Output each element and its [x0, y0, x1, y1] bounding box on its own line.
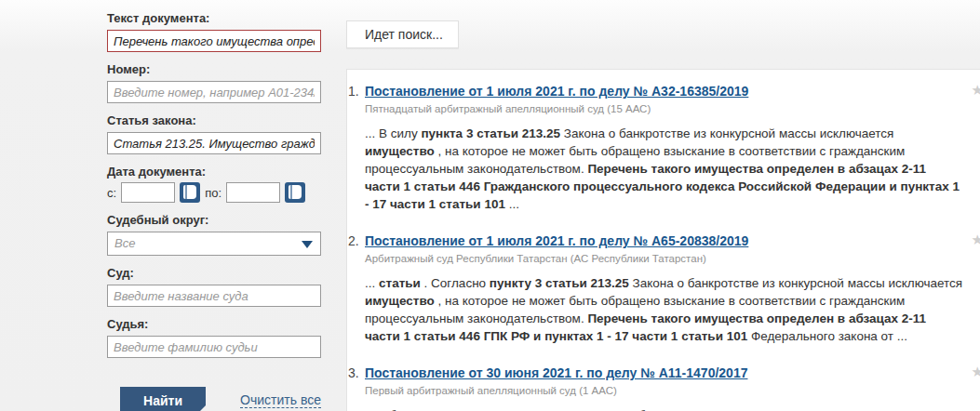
snippet-segment: ... [505, 197, 519, 211]
judicial-district-label: Судебный округ: [107, 213, 321, 227]
case-number-label: Номер: [107, 62, 321, 76]
law-article-label: Статья закона: [107, 113, 321, 127]
favorite-star-icon[interactable]: ★ [972, 83, 980, 97]
result-title-link[interactable]: Постановление от 30 июня 2021 г. по делу… [365, 365, 747, 380]
date-to-input[interactable] [226, 182, 280, 203]
search-form-sidebar: Текст документа: Номер: Статья закона: Д… [107, 11, 321, 411]
result-title-link[interactable]: Постановление от 1 июля 2021 г. по делу … [365, 84, 748, 99]
court-search-page: { "colors": { "accent_navy": "#35577e", … [0, 0, 980, 411]
snippet-segment: имущество [365, 294, 435, 308]
snippet-segment: статьи [379, 276, 421, 290]
result-snippet: ... В силу пункта 3 статьи 213.25 Закона… [365, 125, 965, 213]
law-article-input[interactable] [107, 132, 321, 154]
court-input[interactable] [107, 285, 321, 307]
judge-label: Судья: [107, 317, 321, 331]
snippet-segment: . Согласно [421, 276, 490, 290]
result-number: 1. [348, 84, 359, 99]
calendar-icon[interactable] [180, 182, 200, 203]
result-court-name: Арбитражный суд Республики Татарстан (АС… [365, 253, 965, 264]
snippet-segment: Закона о банкротстве из конкурсной массы… [560, 126, 893, 140]
result-court-name: Первый арбитражный апелляционный суд (1 … [365, 385, 965, 396]
result-item: 2. Постановление от 1 июля 2021 г. по де… [347, 232, 980, 345]
result-number: 2. [348, 233, 359, 248]
date-to-label: по: [205, 186, 222, 200]
search-status-button[interactable]: Идет поиск... [346, 20, 459, 48]
snippet-segment: Федерального закона от ... [747, 329, 907, 343]
favorite-star-icon[interactable]: ★ [972, 232, 980, 246]
snippet-segment: ... [365, 276, 379, 290]
search-button[interactable]: Найти [120, 387, 206, 411]
document-date-label: Дата документа: [107, 165, 321, 179]
snippet-segment: ... В силу [365, 126, 421, 140]
snippet-segment: имущество [365, 144, 435, 158]
result-title-link[interactable]: Постановление от 1 июля 2021 г. по делу … [365, 233, 748, 248]
judicial-district-value: Все [108, 232, 320, 255]
chevron-down-icon [302, 241, 313, 248]
snippet-segment: пункта 3 статьи 213.25 [421, 126, 560, 140]
judicial-district-select[interactable]: Все [107, 232, 321, 256]
calendar-icon[interactable] [285, 182, 305, 203]
results-list: 1. Постановление от 1 июля 2021 г. по де… [347, 83, 980, 411]
snippet-segment: Закона о банкротстве из конкурсной массы… [629, 276, 962, 290]
result-item: 1. Постановление от 1 июля 2021 г. по де… [347, 83, 980, 213]
result-court-name: Пятнадцатый арбитражный апелляционный су… [365, 103, 965, 114]
snippet-segment: пункту 3 статьи 213.25 [490, 276, 629, 290]
clear-all-link[interactable]: Очистить все [240, 393, 321, 408]
date-from-input[interactable] [121, 182, 175, 203]
result-item: 3. Постановление от 30 июня 2021 г. по д… [347, 365, 980, 411]
date-range-row: с: по: [107, 182, 321, 203]
case-number-input[interactable] [107, 81, 321, 103]
favorite-star-icon[interactable]: ★ [972, 365, 980, 378]
result-snippet: ... статьи . Согласно пункту 3 статьи 21… [365, 274, 965, 345]
court-label: Суд: [107, 266, 321, 280]
document-text-label: Текст документа: [107, 11, 321, 25]
result-snippet: ...арбитражного суда о признании граждан… [365, 406, 965, 411]
search-results-panel: 1. Постановление от 1 июля 2021 г. по де… [346, 69, 980, 411]
date-from-label: с: [107, 186, 116, 200]
result-number: 3. [348, 365, 359, 380]
document-text-input[interactable] [107, 30, 321, 52]
judge-input[interactable] [107, 336, 321, 358]
form-actions-row: Найти Очистить все [107, 387, 321, 411]
